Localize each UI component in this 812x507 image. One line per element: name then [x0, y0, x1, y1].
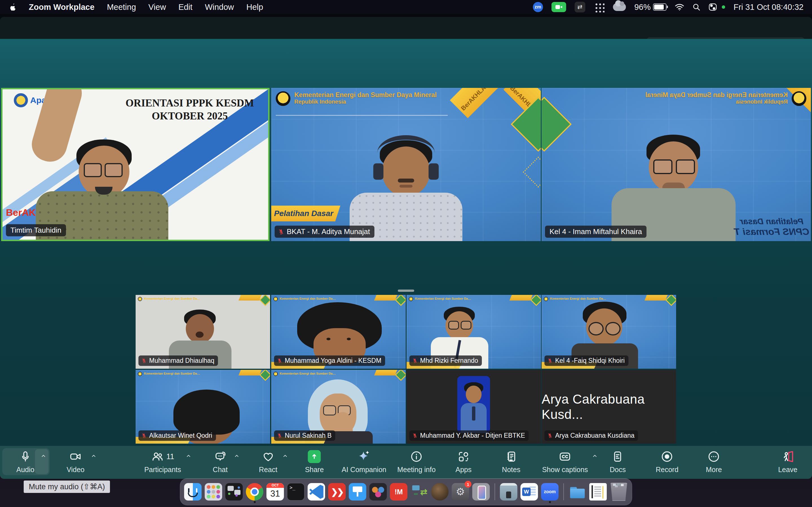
menu-meeting[interactable]: Meeting [107, 3, 136, 12]
dock-zoom-icon[interactable]: zoom [541, 483, 559, 501]
apps-button[interactable]: Apps [456, 446, 472, 474]
react-options-chevron[interactable] [283, 453, 288, 459]
dock-downloads-folder-icon[interactable] [569, 483, 586, 501]
dock-calendar-icon[interactable]: OCT31 [266, 483, 284, 501]
dock-terminal-icon[interactable]: >_ [287, 483, 305, 501]
menu-help[interactable]: Help [246, 3, 263, 12]
chat-button[interactable]: Chat [213, 446, 228, 474]
muted-mic-icon [412, 432, 417, 439]
dock-trash-icon[interactable] [610, 483, 628, 501]
video-tile-nurul[interactable]: Kementerian Energi dan Sumber Daya Miner… [271, 370, 406, 444]
muted-mic-icon [547, 357, 553, 364]
video-gallery: Apa ORIENTASI PPPK KESDM OKTOBER 2025 Be… [0, 39, 812, 446]
react-button[interactable]: React [259, 446, 277, 474]
video-tile-arya[interactable]: Arya Cakrabuana Kusd... Arya Cakrabuana … [542, 370, 676, 444]
dock-sync-app-icon[interactable] [410, 483, 428, 501]
video-tile-imam[interactable]: Kementerian Energi dan Sumber Daya Miner… [542, 88, 811, 241]
dock-davinci-resolve-icon[interactable] [369, 483, 387, 501]
participants-options-chevron[interactable] [186, 453, 191, 459]
window-arrange-icon[interactable]: ⇄ [574, 2, 585, 12]
docs-button[interactable]: Docs [610, 446, 626, 474]
audio-button[interactable]: Audio [16, 446, 35, 474]
video-options-chevron[interactable] [91, 453, 96, 459]
zoom-meeting-window: 02:19:28 View Apa ORIENTASI PPPK KESDM [0, 17, 812, 479]
menu-view[interactable]: View [148, 3, 166, 12]
control-center-icon[interactable] [709, 3, 718, 11]
menubar-clock[interactable]: Fri 31 Oct 08:40:32 [733, 3, 804, 12]
menu-window[interactable]: Window [205, 3, 234, 12]
participants-button[interactable]: 11 Participants [144, 446, 181, 474]
participant-name-label: Alkautsar Winet Qodri [139, 431, 216, 441]
esdm-logo [276, 91, 290, 106]
meeting-toolbar: Audio Video 11 Participants Chat React [0, 446, 812, 479]
video-tile-faiq[interactable]: Kementerian Energi dan Sumber Daya Miner… [542, 295, 676, 369]
dock-im-app-icon[interactable]: !M [390, 483, 407, 501]
meeting-info-button[interactable]: Meeting info [397, 446, 436, 474]
dock-system-settings-icon[interactable]: ⚙1 [452, 483, 469, 501]
dock-document-icon[interactable] [589, 483, 607, 501]
participants-count: 11 [166, 452, 174, 461]
video-tile-rizki[interactable]: Kementerian Energi dan Sumber Daya Miner… [407, 295, 541, 369]
dock-minimized-window-thumbnail[interactable] [500, 483, 517, 501]
video-tile-alkautsar[interactable]: Kementerian Energi dan Sumber Daya Miner… [136, 370, 270, 444]
dock-divider [495, 483, 495, 500]
video-tile-timtim[interactable]: Apa ORIENTASI PPPK KESDM OKTOBER 2025 Be… [1, 88, 269, 241]
dock-chrome-icon[interactable] [246, 483, 263, 501]
ppsdm-logo: Apa [14, 93, 46, 107]
participant-name-label: BKAT - M. Aditya Munajat [274, 226, 374, 238]
participant-name-label: Timtim Tauhidin [6, 224, 66, 236]
video-tile-dhiaulhaq[interactable]: Kementerian Energi dan Sumber Daya Miner… [136, 295, 270, 369]
battery-indicator[interactable]: 96% [635, 3, 666, 12]
dock-iphone-mirroring-icon[interactable] [472, 483, 490, 501]
share-screen-button[interactable]: Share [305, 446, 324, 474]
camera-active-icon[interactable] [552, 2, 566, 12]
menu-edit[interactable]: Edit [179, 3, 193, 12]
ai-companion-button[interactable]: AI Companion [342, 446, 386, 474]
dock-window-manager-icon[interactable] [225, 483, 243, 501]
zoom-menubar-icon[interactable]: zm [533, 2, 543, 12]
share-icon [308, 450, 321, 463]
muted-mic-icon [141, 357, 147, 364]
participant-name-label: Kel 4 -Faiq Shidqi Khoiri [545, 355, 628, 366]
dock-handpan-app-icon[interactable] [431, 483, 449, 501]
battery-percent: 96% [635, 3, 651, 12]
gallery-resize-handle[interactable] [398, 290, 414, 292]
participant-name-label: Muhammad Yoga Aldini - KESDM [274, 355, 385, 366]
spotlight-search-icon[interactable] [693, 3, 700, 11]
akbar-profile-photo [457, 376, 490, 433]
muted-mic-icon [141, 432, 147, 439]
leave-button[interactable]: Leave [778, 446, 797, 474]
chat-options-chevron[interactable] [234, 453, 239, 459]
participant-name-label: Kel 4 - Imam Miftahul Khaira [545, 226, 647, 238]
slide-title: ORIENTASI PPPK KESDM OKTOBER 2025 [125, 97, 254, 123]
person-dhiaulhaq [186, 314, 214, 343]
video-tile-aditya[interactable]: Kementerian Energi dan Sumber Daya Miner… [271, 88, 541, 241]
record-button[interactable]: Record [656, 446, 679, 474]
apple-menu-icon[interactable] [10, 3, 16, 11]
dock-word-icon[interactable]: W [520, 483, 538, 501]
dock-vscode-icon[interactable] [308, 483, 325, 501]
video-tile-akbar[interactable]: Muhammad Y. Akbar - Ditjen EBTKE [407, 370, 541, 444]
dock-launchpad-icon[interactable] [205, 483, 222, 501]
audio-options-chevron[interactable] [41, 453, 46, 459]
app-grid-icon[interactable] [594, 2, 605, 12]
dock-finder-icon[interactable] [184, 483, 202, 501]
cloud-status-icon[interactable] [613, 3, 626, 11]
dock-keynote-icon[interactable] [349, 483, 366, 501]
show-captions-button[interactable]: Show captions [542, 446, 588, 474]
muted-mic-icon [277, 357, 282, 364]
muted-mic-icon [547, 432, 553, 439]
participant-name-label: Nurul Sakinah B [274, 431, 335, 441]
video-tile-yoga[interactable]: Kementerian Energi dan Sumber Daya Miner… [271, 295, 406, 369]
more-button[interactable]: More [706, 446, 722, 474]
dock-red-app-icon[interactable]: ❯❯ [328, 483, 346, 501]
notes-button[interactable]: Notes [502, 446, 520, 474]
menubar-app-name[interactable]: Zoom Workplace [29, 3, 94, 12]
wifi-icon[interactable] [675, 3, 684, 11]
mute-audio-tooltip: Mute my audio (⇧⌘A) [24, 481, 110, 493]
participant-name-label: Muhammad Dhiaulhaq [139, 355, 218, 366]
video-button[interactable]: Video [66, 446, 85, 474]
participant-name-label: Mhd Rizki Fernando [409, 355, 482, 366]
muted-mic-icon [277, 432, 282, 439]
captions-options-chevron[interactable] [592, 453, 598, 459]
